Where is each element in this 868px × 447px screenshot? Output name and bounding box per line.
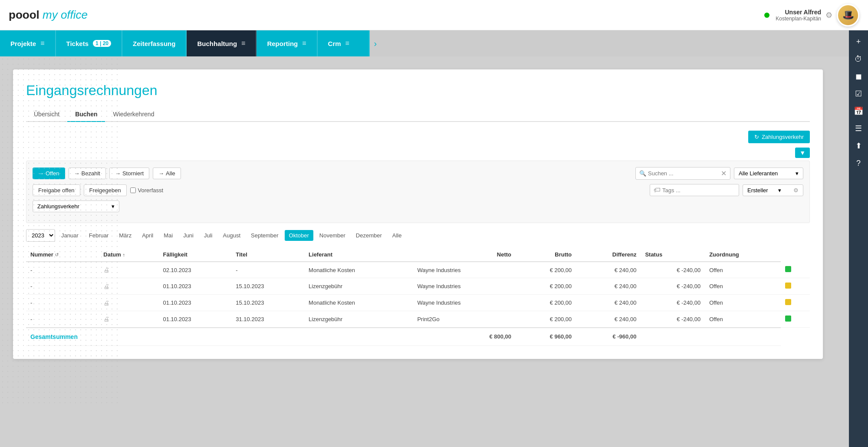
vorerfasst-checkbox[interactable] [130, 187, 136, 193]
search-input[interactable] [648, 170, 721, 177]
tab-wiederkehrend[interactable]: Wiederkehrend [105, 107, 162, 122]
cell-nummer-3: - [26, 311, 99, 328]
menu-icon-buchhaltung: ≡ [241, 39, 245, 47]
sidebar-btn-upload[interactable]: ⬆ [851, 138, 866, 154]
filter-btn-alle[interactable]: → Alle [153, 168, 181, 179]
nav-label-reporting: Reporting [267, 40, 298, 47]
cell-datum-3: 01.10.2023 [159, 311, 232, 328]
month-btn-oktober[interactable]: Oktober [285, 230, 313, 241]
user-section: Unser Alfred Kostenplan-Kapitän ⚙ 🎩 [764, 4, 859, 26]
zahlungsverkehr-label: Zahlungsverkehr [762, 134, 804, 140]
month-btn-januar[interactable]: Januar [57, 230, 83, 241]
year-select[interactable]: 2023 [26, 229, 55, 242]
col-header-datum: Datum ↑ [99, 248, 158, 262]
month-btn-september[interactable]: September [247, 230, 283, 241]
sidebar-btn-clock[interactable]: ⏱ [851, 51, 866, 67]
nav-item-crm[interactable]: Crm ≡ [318, 30, 370, 56]
nav-label-zeiterfassung: Zeiterfassung [133, 40, 175, 47]
cell-zuordnung-1 [781, 278, 810, 295]
zuordnung-indicator-1 [785, 283, 791, 289]
month-btn-alle[interactable]: Alle [388, 230, 406, 241]
tabs: Übersicht Buchen Wiederkehrend [26, 107, 810, 122]
nav-item-zeiterfassung[interactable]: Zeiterfassung [122, 30, 187, 56]
tab-buchen[interactable]: Buchen [67, 107, 105, 122]
cell-lieferant-3: Print2Go [413, 311, 516, 328]
month-btn-november[interactable]: November [315, 230, 350, 241]
month-btn-juni[interactable]: Juni [179, 230, 198, 241]
logo-bold: poool [9, 8, 39, 21]
cell-faelligkeit-1: 15.10.2023 [231, 278, 304, 295]
table-row: - 🖨 01.10.2023 31.10.2023 Lizenzgebühr P… [26, 311, 810, 328]
month-btn-mai[interactable]: Mai [159, 230, 177, 241]
cell-faelligkeit-2: 15.10.2023 [231, 295, 304, 311]
filter-collapse-button[interactable]: ▼ [795, 148, 810, 158]
ersteller-dropdown[interactable]: Ersteller ▾ ⚙ [743, 184, 803, 196]
cell-differenz-1: € -240,00 [641, 278, 705, 295]
sidebar-btn-layers[interactable]: ◼ [851, 69, 866, 84]
tags-input[interactable]: 🏷 [650, 184, 739, 196]
table-row: - 🖨 01.10.2023 15.10.2023 Lizenzgebühr W… [26, 278, 810, 295]
filter-row-1: → Offen → Bezahlt → Storniert → Alle [33, 167, 803, 180]
filter-row-3: Zahlungsverkehr ▾ [33, 200, 803, 212]
doc-icon-1: 🖨 [103, 283, 109, 290]
cell-netto-2: € 200,00 [516, 295, 576, 311]
menu-icon-projekte: ≡ [40, 39, 44, 47]
sidebar-btn-list[interactable]: ☰ [851, 121, 866, 136]
vorerfasst-checkbox-label[interactable]: Vorerfasst [130, 187, 164, 194]
sidebar-btn-add[interactable]: + [851, 34, 866, 49]
nav-item-buchhaltung[interactable]: Buchhaltung ≡ [187, 30, 256, 56]
col-header-differenz: Differenz [576, 248, 641, 262]
month-btn-august[interactable]: August [219, 230, 245, 241]
cell-status-2: Offen [705, 295, 781, 311]
doc-icon-0: 🖨 [103, 266, 109, 273]
sidebar-btn-help[interactable]: ? [851, 155, 866, 171]
main-content: Eingangsrechnungen Übersicht Buchen Wied… [0, 56, 849, 372]
filter-btn-storniert[interactable]: → Storniert [109, 168, 149, 179]
freigabe-offen-button[interactable]: Freigabe offen [33, 184, 80, 196]
tags-field[interactable] [662, 187, 735, 194]
tab-ubersicht[interactable]: Übersicht [26, 107, 67, 122]
zahlungsverkehr-filter-dropdown[interactable]: Zahlungsverkehr ▾ [33, 200, 119, 212]
filter-btn-bezahlt[interactable]: → Bezahlt [69, 168, 106, 179]
invoice-table: Nummer ↺ Datum ↑ Fälligkeit Titel Liefer… [26, 248, 810, 346]
sidebar-btn-calendar[interactable]: 📅 [851, 103, 866, 119]
logo: poool my office [9, 8, 88, 22]
zuordnung-indicator-3 [785, 316, 791, 322]
sidebar-btn-check[interactable]: ☑ [851, 86, 866, 102]
month-btn-marz[interactable]: März [115, 230, 136, 241]
nav-item-projekte[interactable]: Projekte ≡ [0, 30, 56, 56]
lieferanten-dropdown[interactable]: Alle Lieferanten ▾ [734, 168, 803, 179]
month-btn-april[interactable]: April [138, 230, 158, 241]
month-btn-dezember[interactable]: Dezember [352, 230, 386, 241]
menu-icon-reporting: ≡ [302, 39, 306, 47]
month-btn-februar[interactable]: Februar [85, 230, 113, 241]
chevron-down-icon: ▾ [796, 170, 799, 177]
nav-chevron-right[interactable]: › [370, 30, 381, 56]
cell-netto-0: € 200,00 [516, 262, 576, 278]
gear-icon[interactable]: ⚙ [825, 10, 832, 20]
cell-titel-2: Monatliche Kosten [304, 295, 413, 311]
refresh-icon: ↻ [754, 134, 759, 140]
sort-icon-nummer[interactable]: ↺ [55, 252, 59, 257]
freigegeben-button[interactable]: Freigegeben [84, 184, 127, 196]
cell-nummer-0: - [26, 262, 99, 278]
zahlungsverkehr-button[interactable]: ↻ Zahlungsverkehr [748, 131, 810, 143]
sort-icon-datum[interactable]: ↑ [122, 252, 125, 257]
month-btn-juli[interactable]: Juli [200, 230, 217, 241]
cell-doc-icon-2: 🖨 [99, 295, 158, 311]
search-box[interactable]: 🔍 ✕ [635, 167, 730, 180]
cell-lieferant-2: Wayne Industries [413, 295, 516, 311]
menu-icon-crm: ≡ [345, 39, 349, 47]
clear-search-icon[interactable]: ✕ [721, 169, 727, 177]
search-icon: 🔍 [639, 170, 646, 177]
cell-status-1: Offen [705, 278, 781, 295]
month-bar: 2023 Januar Februar März April Mai Juni … [26, 229, 810, 242]
nav-label-crm: Crm [328, 40, 341, 47]
cell-faelligkeit-0: - [231, 262, 304, 278]
filter-btn-offen[interactable]: → Offen [33, 168, 65, 179]
totals-netto: € 800,00 [413, 328, 516, 346]
nav-item-tickets[interactable]: Tickets 1 | 20 [56, 30, 122, 56]
cell-netto-3: € 200,00 [516, 311, 576, 328]
nav-item-reporting[interactable]: Reporting ≡ [256, 30, 317, 56]
user-role: Kostenplan-Kapitän [776, 16, 821, 22]
